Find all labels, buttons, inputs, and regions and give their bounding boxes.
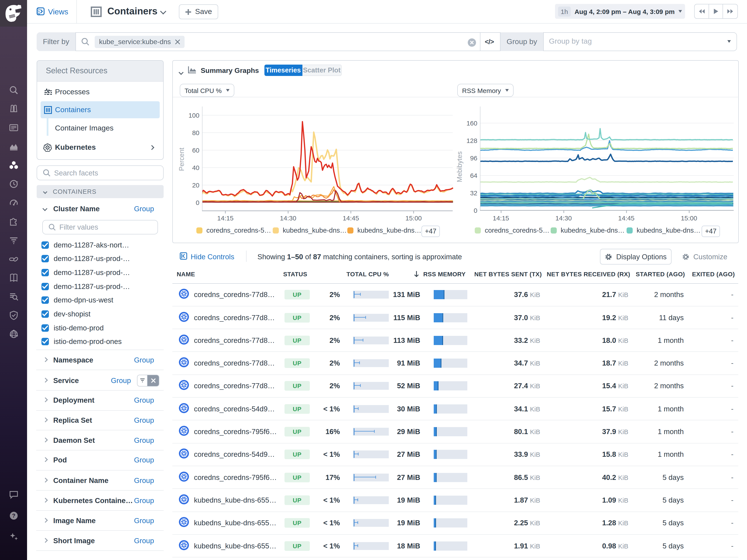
svg-text:?: ? xyxy=(12,513,15,519)
